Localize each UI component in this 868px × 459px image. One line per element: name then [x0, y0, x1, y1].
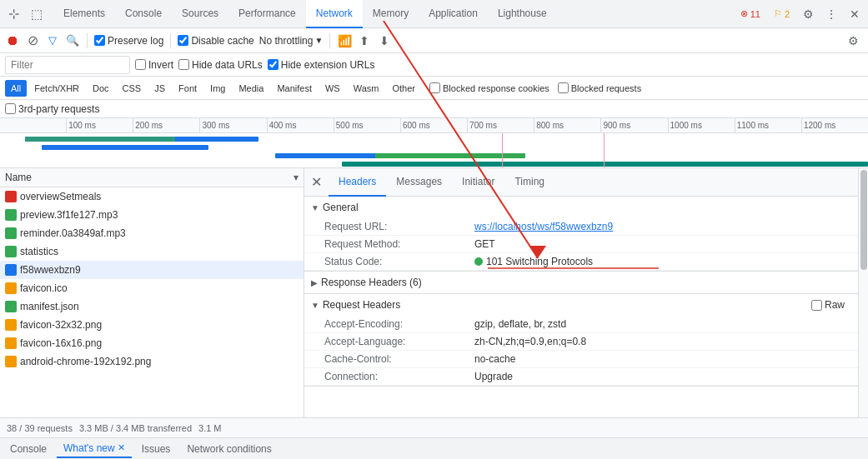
list-item[interactable]: reminder.0a3849af.mp3 [0, 224, 304, 242]
type-btn-js[interactable]: JS [148, 80, 171, 97]
search-icon[interactable]: 🔍 [65, 33, 80, 48]
type-btn-wasm[interactable]: Wasm [348, 80, 385, 97]
tab-performance[interactable]: Performance [228, 0, 306, 28]
raw-checkbox-label[interactable]: Raw [811, 299, 845, 311]
list-item[interactable]: overviewSetmeals [0, 187, 304, 206]
general-section-header[interactable]: ▼ General [304, 197, 858, 218]
settings-icon[interactable]: ⚙ [798, 4, 818, 24]
toolbar-separator-1 [87, 33, 88, 48]
type-btn-all[interactable]: All [5, 80, 27, 97]
type-btn-ws[interactable]: WS [319, 80, 346, 97]
list-item[interactable]: statistics [0, 242, 304, 261]
tab-application[interactable]: Application [419, 0, 488, 28]
blocked-cookies-label[interactable]: Blocked response cookies [429, 82, 549, 93]
disable-cache-label[interactable]: Disable cache [178, 35, 253, 47]
blocked-requests-label[interactable]: Blocked requests [558, 82, 641, 93]
type-btn-fetch-xhr[interactable]: Fetch/XHR [28, 80, 85, 97]
invert-checkbox[interactable] [135, 59, 146, 70]
close-devtools-icon[interactable]: ✕ [845, 4, 865, 24]
detail-tab-messages[interactable]: Messages [386, 168, 452, 197]
filter-icon[interactable]: ▽ [45, 33, 60, 48]
file-name-header: Name [5, 172, 32, 183]
upload-icon[interactable]: ⬆ [357, 33, 372, 48]
devtools-cursor-icon[interactable]: ⊹ [3, 4, 23, 24]
devtools-inspect-icon[interactable]: ⬚ [27, 4, 47, 24]
third-party-label[interactable]: 3rd-party requests [5, 103, 99, 115]
list-item[interactable]: manifest.json [0, 297, 304, 316]
file-status-icon [5, 264, 17, 276]
error-badge[interactable]: ⊗ 11 [735, 7, 765, 21]
clear-icon[interactable]: ⊘ [25, 33, 40, 48]
list-item[interactable]: favicon.ico [0, 279, 304, 297]
detail-content: ▼ General Request URL: ws://localhost/ws… [304, 197, 858, 387]
invert-label[interactable]: Invert [135, 59, 173, 71]
file-item-name: android-chrome-192x192.png [20, 356, 151, 367]
detail-tab-timing[interactable]: Timing [504, 168, 554, 197]
file-item-name: manifest.json [20, 301, 79, 312]
type-btn-img[interactable]: Img [204, 80, 231, 97]
toolbar-settings-icon[interactable]: ⚙ [843, 31, 863, 51]
detail-tab-initiator[interactable]: Initiator [452, 168, 504, 197]
scrollbar-thumb[interactable] [860, 170, 867, 270]
type-btn-manifest[interactable]: Manifest [271, 80, 318, 97]
timeline-area[interactable]: 100 ms 200 ms 300 ms 400 ms 500 ms 600 m… [0, 118, 868, 168]
ruler-mark-200: 200 ms [133, 118, 199, 132]
warn-icon: ⚐ [774, 8, 782, 19]
file-status-icon [5, 227, 17, 239]
raw-checkbox[interactable] [811, 300, 822, 311]
list-item[interactable]: favicon-32x32.png [0, 316, 304, 334]
request-url-link[interactable]: ws://localhost/ws/f58wwexbzn9 [474, 221, 613, 232]
tab-lighthouse[interactable]: Lighthouse [488, 0, 557, 28]
type-btn-other[interactable]: Other [386, 80, 421, 97]
tab-elements[interactable]: Elements [53, 0, 115, 28]
devtools-icons: ⊹ ⬚ [3, 4, 47, 24]
accept-language-label: Accept-Language: [324, 336, 474, 347]
request-url-value: ws://localhost/ws/f58wwexbzn9 [474, 221, 851, 232]
tab-sources[interactable]: Sources [172, 0, 228, 28]
list-item-selected[interactable]: f58wwexbzn9 [0, 261, 304, 279]
list-item[interactable]: favicon-16x16.png [0, 334, 304, 352]
disable-cache-checkbox[interactable] [178, 35, 188, 46]
bottom-tab-issues[interactable]: Issues [135, 440, 178, 458]
scrollbar[interactable] [858, 168, 868, 417]
type-btn-font[interactable]: Font [173, 80, 203, 97]
tab-network[interactable]: Network [306, 0, 363, 28]
tab-console[interactable]: Console [115, 0, 172, 28]
bottom-tab-console[interactable]: Console [3, 440, 53, 458]
wifi-icon[interactable]: 📶 [337, 33, 352, 48]
type-btn-media[interactable]: Media [233, 80, 269, 97]
third-party-checkbox[interactable] [5, 103, 16, 114]
preserve-log-label[interactable]: true Preserve log [94, 35, 163, 47]
request-headers-section-header[interactable]: ▼ Request Headers Raw [304, 294, 858, 316]
hide-data-urls-checkbox[interactable] [178, 59, 189, 70]
hide-ext-urls-checkbox[interactable] [268, 59, 278, 70]
warn-badge[interactable]: ⚐ 2 [769, 7, 795, 21]
download-icon[interactable]: ⬇ [377, 33, 392, 48]
blocked-cookies-checkbox[interactable] [429, 82, 440, 93]
tab-memory[interactable]: Memory [363, 0, 419, 28]
list-item[interactable]: preview.3f1fe127.mp3 [0, 206, 304, 224]
bottom-tab-network-conditions[interactable]: Network conditions [180, 440, 278, 458]
hide-data-urls-label[interactable]: Hide data URLs [178, 59, 263, 71]
detail-close-icon[interactable]: ✕ [311, 174, 322, 190]
more-options-icon[interactable]: ⋮ [821, 4, 841, 24]
file-status-icon [5, 246, 17, 257]
hide-ext-urls-label[interactable]: Hide extension URLs [268, 59, 375, 71]
error-icon: ⊗ [740, 8, 748, 19]
third-party-text: 3rd-party requests [18, 103, 99, 115]
type-btn-doc[interactable]: Doc [87, 80, 115, 97]
list-item[interactable]: android-chrome-192x192.png [0, 352, 304, 371]
whats-new-close-icon[interactable]: ✕ [118, 442, 125, 453]
throttle-select[interactable]: No throttling ▼ [259, 35, 324, 47]
preserve-log-checkbox[interactable] [94, 35, 105, 46]
type-btn-css[interactable]: CSS [117, 80, 148, 97]
detail-tab-headers[interactable]: Headers [329, 168, 386, 197]
record-icon[interactable]: ⏺ [5, 33, 20, 48]
request-method-value: GET [474, 238, 851, 250]
filter-input[interactable] [5, 56, 130, 74]
blocked-requests-checkbox[interactable] [558, 82, 569, 93]
bottom-tab-whats-new[interactable]: What's new ✕ [57, 440, 132, 458]
response-headers-section-header[interactable]: ▶ Response Headers (6) [304, 272, 858, 293]
file-status-icon [5, 301, 17, 312]
ruler-mark-600: 600 ms [400, 118, 467, 132]
